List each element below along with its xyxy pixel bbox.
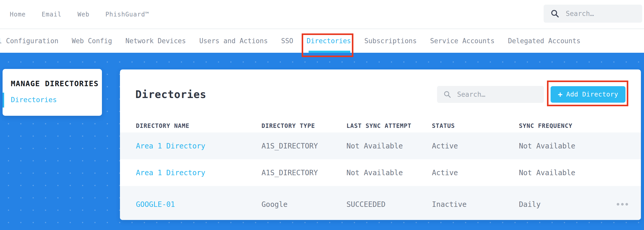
tab-subscriptions[interactable]: Subscriptions bbox=[364, 29, 417, 53]
sync-frequency-cell: Daily bbox=[519, 200, 610, 209]
add-directory-button-label: Add Directory bbox=[566, 91, 618, 98]
directories-search[interactable] bbox=[437, 86, 544, 103]
settings-tabbar: l ConfigurationWeb ConfigNetwork Devices… bbox=[0, 29, 644, 53]
status-cell: Active bbox=[432, 169, 519, 177]
tab-directories[interactable]: Directories bbox=[307, 29, 351, 53]
topnav-item-email[interactable]: Email bbox=[42, 11, 62, 18]
status-cell: Inactive bbox=[432, 200, 519, 209]
tab-sso[interactable]: SSO bbox=[281, 29, 293, 53]
directory-name-link[interactable]: GOOGLE-01 bbox=[136, 200, 262, 209]
tab-web-config[interactable]: Web Config bbox=[72, 29, 112, 53]
status-cell: Active bbox=[432, 142, 519, 150]
row-actions bbox=[610, 203, 628, 206]
topnav-items: HomeEmailWebPhishGuard™ bbox=[10, 11, 149, 18]
global-search[interactable] bbox=[544, 5, 642, 23]
directory-name-link[interactable]: Area 1 Directory bbox=[136, 142, 262, 150]
top-navigation: HomeEmailWebPhishGuard™ bbox=[0, 0, 644, 29]
plus-icon: + bbox=[558, 91, 563, 98]
last-sync-attempt-cell: SUCCEEDED bbox=[346, 200, 432, 209]
table-row: Area 1 DirectoryA1S_DIRECTORYNot Availab… bbox=[120, 159, 641, 186]
card-heading: MANAGE DIRECTORIES bbox=[11, 79, 102, 88]
tab-service-accounts[interactable]: Service Accounts bbox=[430, 29, 494, 53]
table-header-row: DIRECTORY NAMEDIRECTORY TYPELAST SYNC AT… bbox=[120, 119, 641, 132]
panel-header: Directories + Add Directory bbox=[120, 69, 641, 119]
table-row: GOOGLE-01GoogleSUCCEEDEDInactiveDaily bbox=[120, 186, 641, 220]
directory-type-cell: Google bbox=[262, 200, 346, 209]
topnav-item-phishguard[interactable]: PhishGuard™ bbox=[105, 11, 149, 18]
sync-frequency-cell: Not Available bbox=[519, 169, 610, 177]
sidebar-item-directories[interactable]: Directories bbox=[3, 96, 102, 104]
directory-type-cell: A1S_DIRECTORY bbox=[262, 142, 346, 150]
search-icon bbox=[443, 90, 451, 99]
column-header-directory-type: DIRECTORY TYPE bbox=[262, 122, 346, 129]
column-header-sync-frequency: SYNC FREQUENCY bbox=[519, 122, 610, 129]
add-directory-button[interactable]: + Add Directory bbox=[551, 86, 625, 103]
column-header-directory-name: DIRECTORY NAME bbox=[136, 122, 262, 129]
last-sync-attempt-cell: Not Available bbox=[346, 169, 432, 177]
directory-type-cell: A1S_DIRECTORY bbox=[262, 169, 346, 177]
content-area: MANAGE DIRECTORIES Directories Directori… bbox=[0, 53, 644, 230]
directory-name-link[interactable]: Area 1 Directory bbox=[136, 169, 262, 177]
table-body: Area 1 DirectoryA1S_DIRECTORYNot Availab… bbox=[120, 132, 641, 220]
search-icon bbox=[550, 9, 560, 18]
tab-network-devices[interactable]: Network Devices bbox=[125, 29, 186, 53]
topnav-item-home[interactable]: Home bbox=[10, 11, 26, 18]
column-header-status: STATUS bbox=[432, 122, 519, 129]
column-header-last-sync-attempt: LAST SYNC ATTEMPT bbox=[346, 122, 432, 129]
sync-frequency-cell: Not Available bbox=[519, 142, 610, 150]
directories-panel: Directories + Add Directory DIRECTORY NA… bbox=[120, 69, 641, 220]
row-menu-ellipsis-icon[interactable] bbox=[610, 203, 628, 206]
directories-search-input[interactable] bbox=[457, 90, 544, 99]
tab-users-and-actions[interactable]: Users and Actions bbox=[199, 29, 268, 53]
global-search-input[interactable] bbox=[565, 10, 642, 18]
table-row: Area 1 DirectoryA1S_DIRECTORYNot Availab… bbox=[120, 132, 641, 159]
last-sync-attempt-cell: Not Available bbox=[346, 142, 432, 150]
page-title: Directories bbox=[135, 89, 206, 100]
manage-directories-card: MANAGE DIRECTORIES Directories bbox=[3, 69, 102, 116]
tab-delegated-accounts[interactable]: Delegated Accounts bbox=[508, 29, 580, 53]
topnav-item-web[interactable]: Web bbox=[77, 11, 89, 18]
tab-l-configuration[interactable]: l Configuration bbox=[0, 29, 58, 53]
